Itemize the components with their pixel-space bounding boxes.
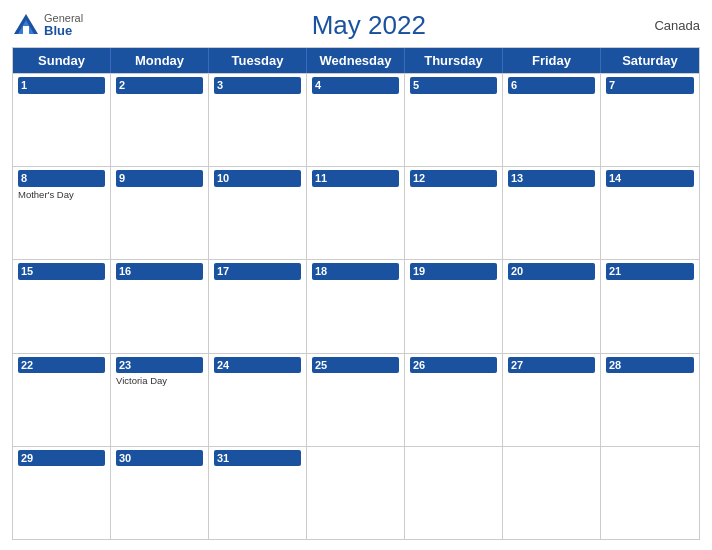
day-empty-3 xyxy=(503,447,601,539)
day-empty-4 xyxy=(601,447,699,539)
day-10: 10 xyxy=(209,167,307,259)
day-29: 29 xyxy=(13,447,111,539)
logo-text: General Blue xyxy=(44,12,83,38)
day-16: 16 xyxy=(111,260,209,352)
weeks-container: 1 2 3 4 5 6 7 8 Mother's Day 9 10 11 12 … xyxy=(13,73,699,539)
day-2: 2 xyxy=(111,74,209,166)
logo-blue: Blue xyxy=(44,24,83,38)
day-4: 4 xyxy=(307,74,405,166)
day-28: 28 xyxy=(601,354,699,446)
week-row-2: 8 Mother's Day 9 10 11 12 13 14 xyxy=(13,166,699,259)
day-5: 5 xyxy=(405,74,503,166)
day-24: 24 xyxy=(209,354,307,446)
day-6: 6 xyxy=(503,74,601,166)
calendar-grid: Sunday Monday Tuesday Wednesday Thursday… xyxy=(12,47,700,540)
day-3: 3 xyxy=(209,74,307,166)
day-12: 12 xyxy=(405,167,503,259)
header-thursday: Thursday xyxy=(405,48,503,73)
logo-icon xyxy=(12,12,40,40)
day-20: 20 xyxy=(503,260,601,352)
header-monday: Monday xyxy=(111,48,209,73)
day-17: 17 xyxy=(209,260,307,352)
logo: General Blue xyxy=(12,12,83,40)
day-30: 30 xyxy=(111,447,209,539)
day-18: 18 xyxy=(307,260,405,352)
week-row-5: 29 30 31 xyxy=(13,446,699,539)
header-saturday: Saturday xyxy=(601,48,699,73)
calendar-page: General Blue May 2022 Canada Sunday Mond… xyxy=(0,0,712,550)
day-13: 13 xyxy=(503,167,601,259)
day-23: 23 Victoria Day xyxy=(111,354,209,446)
week-row-1: 1 2 3 4 5 6 7 xyxy=(13,73,699,166)
week-row-3: 15 16 17 18 19 20 21 xyxy=(13,259,699,352)
day-21: 21 xyxy=(601,260,699,352)
svg-rect-3 xyxy=(23,26,29,34)
day-14: 14 xyxy=(601,167,699,259)
day-empty-1 xyxy=(307,447,405,539)
day-19: 19 xyxy=(405,260,503,352)
header-tuesday: Tuesday xyxy=(209,48,307,73)
day-31: 31 xyxy=(209,447,307,539)
day-7: 7 xyxy=(601,74,699,166)
day-1: 1 xyxy=(13,74,111,166)
day-11: 11 xyxy=(307,167,405,259)
week-row-4: 22 23 Victoria Day 24 25 26 27 28 xyxy=(13,353,699,446)
header-friday: Friday xyxy=(503,48,601,73)
country-label: Canada xyxy=(654,18,700,33)
day-27: 27 xyxy=(503,354,601,446)
victoria-day-label: Victoria Day xyxy=(116,375,203,386)
mothers-day-label: Mother's Day xyxy=(18,189,105,200)
header-sunday: Sunday xyxy=(13,48,111,73)
header-wednesday: Wednesday xyxy=(307,48,405,73)
day-headers-row: Sunday Monday Tuesday Wednesday Thursday… xyxy=(13,48,699,73)
day-8: 8 Mother's Day xyxy=(13,167,111,259)
day-22: 22 xyxy=(13,354,111,446)
day-9: 9 xyxy=(111,167,209,259)
day-15: 15 xyxy=(13,260,111,352)
day-26: 26 xyxy=(405,354,503,446)
month-title: May 2022 xyxy=(312,10,426,41)
day-empty-2 xyxy=(405,447,503,539)
day-25: 25 xyxy=(307,354,405,446)
calendar-header: General Blue May 2022 Canada xyxy=(12,10,700,41)
